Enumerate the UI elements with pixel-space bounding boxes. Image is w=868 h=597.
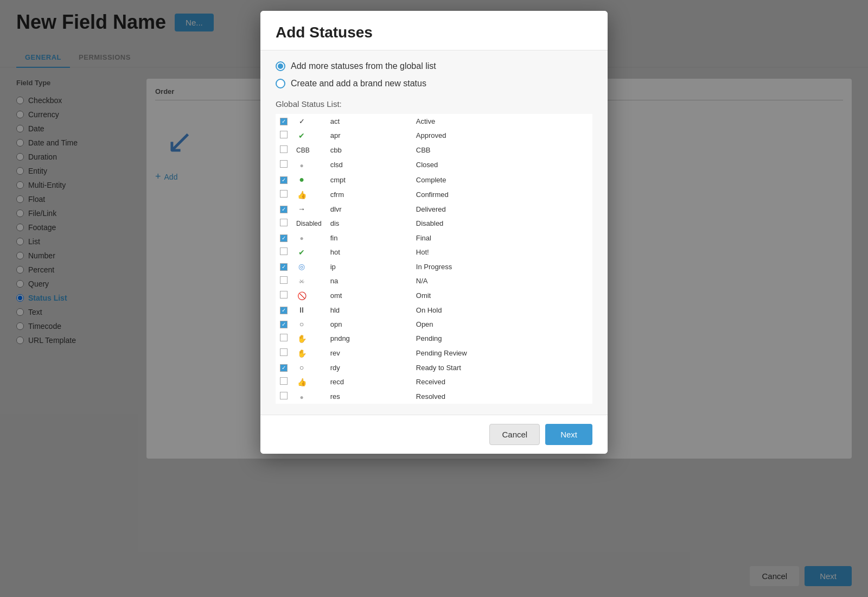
modal-cancel-button[interactable]: Cancel [489,424,540,445]
status-checkbox-unchecked[interactable] [280,392,288,399]
status-icon-cell: Disabled [292,216,326,231]
table-row[interactable]: 👍cfrmConfirmed [276,187,592,202]
status-icon-cell: ◎ [292,259,326,274]
status-name: Pending [412,331,592,346]
table-row[interactable]: ✓→dlvrDelivered [276,202,592,216]
status-checkbox-unchecked[interactable] [280,219,288,226]
status-name: Active [412,114,592,128]
table-row[interactable]: ✓●finFinal [276,231,592,245]
status-icon-cell: ✋ [292,346,326,360]
table-row[interactable]: ✋pndngPending [276,331,592,346]
status-icon: 🚫 [296,291,307,300]
status-checkbox-checked[interactable]: ✓ [280,234,288,242]
modal-title: Add Statuses [276,24,592,41]
table-row[interactable]: ●resResolved [276,389,592,404]
status-checkbox-unchecked[interactable] [280,247,288,255]
status-code: omt [326,288,412,303]
status-icon: ○ [296,363,307,372]
status-code: cbb [326,143,412,157]
table-row[interactable]: 🚫omtOmit [276,288,592,303]
radio-option-new[interactable]: Create and add a brand new status [276,79,592,88]
status-code: dis [326,216,412,231]
status-checkbox-checked[interactable]: ✓ [280,263,288,271]
source-radio-group: Add more statuses from the global list C… [276,61,592,88]
table-row[interactable]: ✔aprApproved [276,128,592,143]
status-code: ip [326,259,412,274]
status-icon-cell: ● [292,389,326,404]
radio-new-label: Create and add a brand new status [291,79,426,88]
table-row[interactable]: ✓○opnOpen [276,317,592,331]
status-icon-cell: ⏸ [292,303,326,317]
status-icon-cell: ✋ [292,331,326,346]
status-checkbox-unchecked[interactable] [280,190,288,198]
status-code: na [326,274,412,288]
status-name: Received [412,374,592,389]
status-name: CBB [412,143,592,157]
status-name: Approved [412,128,592,143]
status-icon-cell: 👍 [292,374,326,389]
table-row[interactable]: ✓●cmptComplete [276,172,592,187]
table-row[interactable]: ✓○rdyReady to Start [276,360,592,374]
status-name: Ready to Start [412,360,592,374]
status-icon: ✕ [296,277,307,285]
status-checkbox-checked[interactable]: ✓ [280,321,288,328]
table-row[interactable]: CBBcbbCBB [276,143,592,157]
status-checkbox-unchecked[interactable] [280,145,288,153]
status-icon: ● [296,175,307,185]
status-code: fin [326,231,412,245]
modal-footer: Cancel Next [260,415,608,454]
status-checkbox-unchecked[interactable] [280,291,288,298]
status-checkbox-checked[interactable]: ✓ [280,364,288,372]
status-icon: 👍 [296,378,307,386]
status-code: opn [326,317,412,331]
radio-new-icon [276,79,285,88]
status-name: In Progress [412,259,592,274]
modal-next-button[interactable]: Next [545,424,592,445]
status-code: recd [326,374,412,389]
status-code: res [326,389,412,404]
status-name: On Hold [412,303,592,317]
status-icon-cell: ○ [292,317,326,331]
status-icon-cell: ✓ [292,114,326,128]
status-name: Complete [412,172,592,187]
status-checkbox-unchecked[interactable] [280,377,288,385]
modal-body: Add more statuses from the global list C… [260,50,608,415]
status-name: Closed [412,157,592,172]
table-row[interactable]: ✓⏸hldOn Hold [276,303,592,317]
status-icon: ● [296,161,307,169]
status-icon: 👍 [296,190,307,199]
status-code: rev [326,346,412,360]
status-icon-cell: 🚫 [292,288,326,303]
status-name: Final [412,231,592,245]
status-icon-cell: ● [292,231,326,245]
table-row[interactable]: DisableddisDisabled [276,216,592,231]
status-checkbox-unchecked[interactable] [280,334,288,341]
status-code: pndng [326,331,412,346]
radio-option-global[interactable]: Add more statuses from the global list [276,61,592,71]
status-icon: ✓ [296,117,307,125]
status-code: cfrm [326,187,412,202]
table-row[interactable]: 👍recdReceived [276,374,592,389]
table-row[interactable]: ●clsdClosed [276,157,592,172]
status-icon-cell: ✔ [292,245,326,259]
status-icon: Disabled [296,220,322,227]
table-row[interactable]: ✓✓actActive [276,114,592,128]
status-name: Open [412,317,592,331]
table-row[interactable]: ✓◎ipIn Progress [276,259,592,274]
table-row[interactable]: ✔hotHot! [276,245,592,259]
status-code: act [326,114,412,128]
status-name: Resolved [412,389,592,404]
status-checkbox-checked[interactable]: ✓ [280,118,288,125]
table-row[interactable]: ✋revPending Review [276,346,592,360]
status-code: cmpt [326,172,412,187]
table-row[interactable]: ✕naN/A [276,274,592,288]
status-checkbox-unchecked[interactable] [280,131,288,138]
status-checkbox-unchecked[interactable] [280,348,288,356]
status-code: hot [326,245,412,259]
status-checkbox-unchecked[interactable] [280,160,288,168]
status-checkbox-checked[interactable]: ✓ [280,307,288,314]
radio-global-label: Add more statuses from the global list [291,61,436,71]
status-checkbox-checked[interactable]: ✓ [280,206,288,213]
status-checkbox-unchecked[interactable] [280,276,288,284]
status-checkbox-checked[interactable]: ✓ [280,176,288,184]
